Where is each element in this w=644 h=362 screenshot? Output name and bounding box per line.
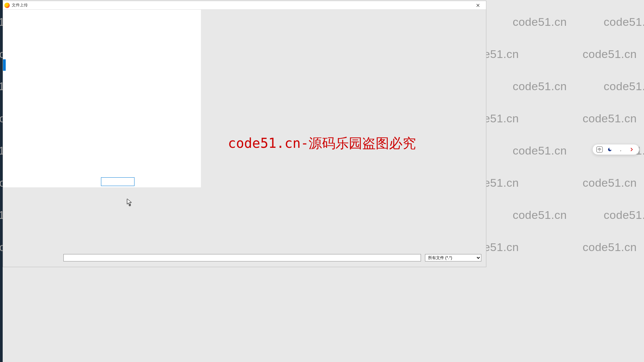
close-icon [476,4,480,7]
moon-icon [607,147,612,152]
selection-highlight-bar [3,59,6,71]
rename-inline-input[interactable] [101,177,135,186]
window-title: 文件上传 [12,2,471,8]
ime-expand-button[interactable] [628,146,635,153]
background-sidebar-edge [0,0,3,362]
filename-input[interactable] [63,254,421,261]
ime-toolbar[interactable]: 中 ， [592,144,639,155]
chevron-right-icon [629,147,634,152]
dialog-body: 所有文件 (*.*) [3,10,486,267]
file-upload-dialog: 文件上传 所有文件 (*.*) [3,1,486,267]
titlebar[interactable]: 文件上传 [3,1,486,10]
navigation-tree-panel[interactable] [3,10,201,187]
ime-mode-badge[interactable]: 中 [596,146,603,153]
close-button[interactable] [471,1,485,9]
filetype-select[interactable]: 所有文件 (*.*) [425,254,481,261]
ime-punctuation-icon[interactable]: ， [617,146,625,153]
firefox-icon [4,3,10,8]
ime-theme-icon[interactable] [606,146,613,153]
dialog-bottom-row: 所有文件 (*.*) [63,254,481,261]
